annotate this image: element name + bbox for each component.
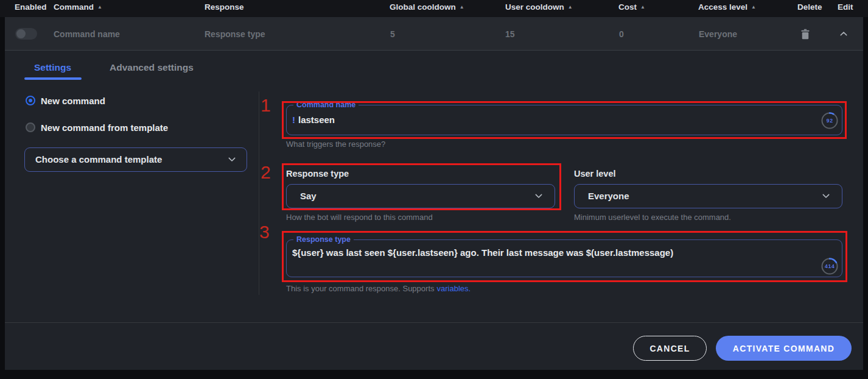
command-template-dropdown[interactable]: Choose a command template bbox=[24, 147, 247, 172]
col-edit: Edit bbox=[838, 2, 853, 12]
sort-arrow-icon: ▲ bbox=[460, 4, 464, 10]
sort-arrow-icon: ▲ bbox=[97, 4, 102, 10]
col-command[interactable]: Command▲ bbox=[54, 2, 102, 12]
command-text: lastseen bbox=[298, 115, 335, 125]
footer-divider bbox=[5, 322, 863, 323]
chevron-up-icon bbox=[839, 29, 849, 38]
user-level-label: User level bbox=[574, 169, 616, 179]
col-edit-label: Edit bbox=[838, 2, 853, 12]
response-field-value: ${user} was last seen ${user.lastseen} a… bbox=[292, 247, 673, 258]
col-access-level-label: Access level bbox=[698, 2, 747, 12]
col-delete-label: Delete bbox=[797, 2, 822, 12]
annotation-step-2: 2 bbox=[261, 162, 271, 183]
col-cost[interactable]: Cost▲ bbox=[618, 2, 645, 12]
col-response-label: Response bbox=[205, 2, 244, 12]
chevron-down-icon bbox=[534, 193, 544, 200]
col-global-cooldown-label: Global cooldown bbox=[390, 2, 456, 12]
response-char-counter: 414 bbox=[821, 257, 839, 275]
chevron-down-icon bbox=[227, 156, 237, 163]
collapse-row-button[interactable] bbox=[839, 29, 849, 38]
cancel-button[interactable]: CANCEL bbox=[633, 336, 707, 361]
row-response-type: Response type bbox=[205, 29, 265, 39]
user-level-dropdown[interactable]: Everyone bbox=[574, 184, 842, 208]
radio-new-command-from-template-label[interactable]: New command from template bbox=[41, 122, 168, 133]
annotation-step-3: 3 bbox=[259, 222, 270, 243]
response-field[interactable]: Response type ${user} was last seen ${us… bbox=[286, 239, 842, 277]
response-helper: This is your command response. Supportsv… bbox=[286, 284, 471, 293]
command-name-field-value: !lastseen bbox=[292, 115, 335, 125]
radio-dot bbox=[29, 99, 32, 102]
response-type-label: Response type bbox=[286, 169, 349, 179]
col-user-cooldown-label: User cooldown bbox=[505, 2, 564, 12]
tab-settings[interactable]: Settings bbox=[34, 62, 71, 73]
response-char-count: 414 bbox=[821, 257, 839, 275]
col-response: Response bbox=[205, 2, 244, 12]
delete-button[interactable] bbox=[800, 28, 811, 40]
radio-new-command-label[interactable]: New command bbox=[41, 96, 105, 106]
response-type-dropdown[interactable]: Say bbox=[286, 184, 555, 208]
variables-link[interactable]: variables. bbox=[437, 284, 471, 293]
sort-arrow-icon: ▲ bbox=[568, 4, 573, 10]
tab-advanced-settings[interactable]: Advanced settings bbox=[110, 62, 194, 73]
chevron-down-icon bbox=[821, 193, 831, 200]
col-cost-label: Cost bbox=[618, 2, 637, 12]
col-delete: Delete bbox=[797, 2, 822, 12]
user-level-dropdown-value: Everyone bbox=[588, 191, 629, 201]
response-helper-text: This is your command response. Supports bbox=[286, 284, 435, 293]
row-global-cooldown: 5 bbox=[390, 29, 395, 39]
toggle-knob bbox=[16, 29, 26, 38]
row-command-name: Command name bbox=[54, 29, 120, 39]
annotation-step-1: 1 bbox=[261, 95, 271, 116]
row-access-level: Everyone bbox=[699, 29, 737, 39]
active-tab-indicator bbox=[24, 77, 82, 80]
col-enabled: Enabled bbox=[15, 2, 47, 12]
response-field-label: Response type bbox=[293, 235, 354, 244]
trash-icon bbox=[800, 28, 811, 40]
response-type-dropdown-value: Say bbox=[300, 191, 317, 201]
command-editor-page: Enabled Command▲ Response Global cooldow… bbox=[0, 0, 868, 379]
command-name-char-count: 92 bbox=[821, 112, 839, 130]
row-cost: 0 bbox=[619, 29, 624, 39]
command-template-dropdown-value: Choose a command template bbox=[35, 154, 162, 165]
sort-arrow-icon: ▲ bbox=[640, 4, 645, 10]
command-prefix: ! bbox=[292, 115, 295, 125]
activate-command-button[interactable]: ACTIVATE COMMAND bbox=[716, 336, 852, 361]
col-enabled-label: Enabled bbox=[15, 2, 47, 12]
response-type-helper: How the bot will respond to this command bbox=[286, 213, 433, 222]
command-name-field[interactable]: Command name !lastseen bbox=[286, 105, 842, 135]
row-user-cooldown: 15 bbox=[505, 29, 515, 39]
col-user-cooldown[interactable]: User cooldown▲ bbox=[505, 2, 573, 12]
enabled-toggle[interactable] bbox=[15, 28, 37, 40]
radio-new-command[interactable] bbox=[26, 96, 35, 105]
col-access-level[interactable]: Access level▲ bbox=[698, 2, 756, 12]
user-level-helper: Minimum userlevel to execute the command… bbox=[574, 213, 731, 222]
command-name-helper: What triggers the response? bbox=[286, 140, 385, 149]
command-name-char-counter: 92 bbox=[821, 112, 839, 130]
col-global-cooldown[interactable]: Global cooldown▲ bbox=[390, 2, 464, 12]
sort-arrow-icon: ▲ bbox=[751, 4, 756, 10]
col-command-label: Command bbox=[54, 2, 94, 12]
column-divider bbox=[259, 91, 259, 295]
command-name-field-label: Command name bbox=[293, 101, 359, 109]
radio-new-command-from-template[interactable] bbox=[26, 122, 35, 132]
